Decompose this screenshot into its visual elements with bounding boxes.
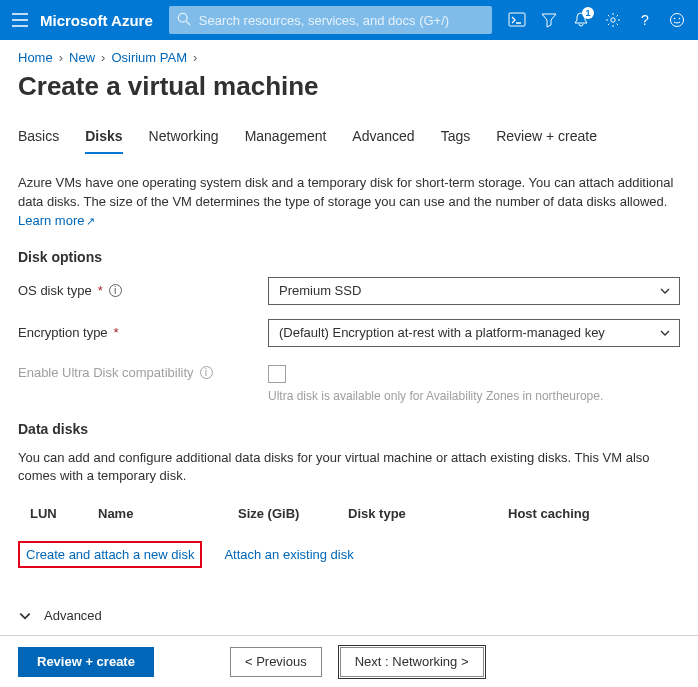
chevron-right-icon: › xyxy=(101,50,105,65)
tab-management[interactable]: Management xyxy=(245,122,327,154)
encryption-type-select[interactable]: (Default) Encryption at-rest with a plat… xyxy=(268,319,680,347)
required-asterisk: * xyxy=(98,283,103,298)
breadcrumb-osirium[interactable]: Osirium PAM xyxy=(111,50,187,65)
topbar-icons: 1 ? xyxy=(508,11,690,29)
chevron-down-icon xyxy=(18,609,32,623)
encryption-type-label: Encryption type * xyxy=(18,325,268,340)
os-disk-type-select[interactable]: Premium SSD xyxy=(268,277,680,305)
breadcrumb: Home › New › Osirium PAM › xyxy=(0,40,698,65)
help-icon[interactable]: ? xyxy=(636,11,654,29)
svg-text:?: ? xyxy=(641,12,649,28)
directory-filter-icon[interactable] xyxy=(540,11,558,29)
ultra-disk-label: Enable Ultra Disk compatibility i xyxy=(18,365,268,380)
col-cache: Host caching xyxy=(508,506,680,521)
hamburger-menu-icon[interactable] xyxy=(8,13,32,27)
info-icon[interactable]: i xyxy=(200,366,213,379)
breadcrumb-home[interactable]: Home xyxy=(18,50,53,65)
svg-rect-2 xyxy=(509,13,525,26)
external-link-icon: ↗ xyxy=(86,215,95,227)
review-create-button[interactable]: Review + create xyxy=(18,647,154,677)
intro-text: Azure VMs have one operating system disk… xyxy=(18,174,680,231)
brand-label: Microsoft Azure xyxy=(40,12,153,29)
tab-networking[interactable]: Networking xyxy=(149,122,219,154)
os-disk-type-value: Premium SSD xyxy=(279,283,361,298)
chevron-right-icon: › xyxy=(193,50,197,65)
wizard-footer: Review + create < Previous Next : Networ… xyxy=(0,635,698,687)
breadcrumb-new[interactable]: New xyxy=(69,50,95,65)
search-box[interactable] xyxy=(169,6,492,34)
intro-span: Azure VMs have one operating system disk… xyxy=(18,175,673,209)
os-disk-type-label: OS disk type * i xyxy=(18,283,268,298)
svg-point-5 xyxy=(671,14,684,27)
ultra-disk-hint: Ultra disk is available only for Availab… xyxy=(268,389,603,403)
attach-disk-link[interactable]: Attach an existing disk xyxy=(224,547,353,562)
ultra-disk-checkbox xyxy=(268,365,286,383)
svg-line-1 xyxy=(186,21,190,25)
required-asterisk: * xyxy=(114,325,119,340)
encryption-type-value: (Default) Encryption at-rest with a plat… xyxy=(279,325,605,340)
previous-button[interactable]: < Previous xyxy=(230,647,322,677)
col-type: Disk type xyxy=(348,506,508,521)
notifications-icon[interactable]: 1 xyxy=(572,11,590,29)
info-icon[interactable]: i xyxy=(109,284,122,297)
disk-options-heading: Disk options xyxy=(18,249,680,265)
svg-point-6 xyxy=(674,18,676,20)
col-size: Size (GiB) xyxy=(238,506,348,521)
advanced-expander[interactable]: Advanced xyxy=(18,608,680,623)
col-lun: LUN xyxy=(18,506,98,521)
svg-point-3 xyxy=(611,18,615,22)
svg-point-0 xyxy=(178,13,187,22)
data-disks-heading: Data disks xyxy=(18,421,680,437)
svg-point-7 xyxy=(679,18,681,20)
chevron-down-icon xyxy=(659,327,671,339)
tab-basics[interactable]: Basics xyxy=(18,122,59,154)
tab-strip: Basics Disks Networking Management Advan… xyxy=(0,122,698,154)
tab-review[interactable]: Review + create xyxy=(496,122,597,154)
top-bar: Microsoft Azure 1 ? xyxy=(0,0,698,40)
tab-tags[interactable]: Tags xyxy=(441,122,471,154)
cloud-shell-icon[interactable] xyxy=(508,11,526,29)
advanced-label: Advanced xyxy=(44,608,102,623)
search-icon xyxy=(177,12,191,26)
next-button[interactable]: Next : Networking > xyxy=(340,647,484,677)
create-disk-link[interactable]: Create and attach a new disk xyxy=(26,547,194,562)
notification-badge: 1 xyxy=(582,7,594,19)
search-input[interactable] xyxy=(169,6,492,34)
settings-icon[interactable] xyxy=(604,11,622,29)
data-disks-table-header: LUN Name Size (GiB) Disk type Host cachi… xyxy=(18,500,680,527)
feedback-icon[interactable] xyxy=(668,11,686,29)
page-title: Create a virtual machine xyxy=(0,65,698,122)
annotation-highlight: Create and attach a new disk xyxy=(18,541,202,568)
tab-advanced[interactable]: Advanced xyxy=(352,122,414,154)
data-disks-desc: You can add and configure additional dat… xyxy=(18,449,680,487)
chevron-right-icon: › xyxy=(59,50,63,65)
learn-more-link[interactable]: Learn more↗ xyxy=(18,213,95,228)
chevron-down-icon xyxy=(659,285,671,297)
tab-disks[interactable]: Disks xyxy=(85,122,122,154)
col-name: Name xyxy=(98,506,238,521)
